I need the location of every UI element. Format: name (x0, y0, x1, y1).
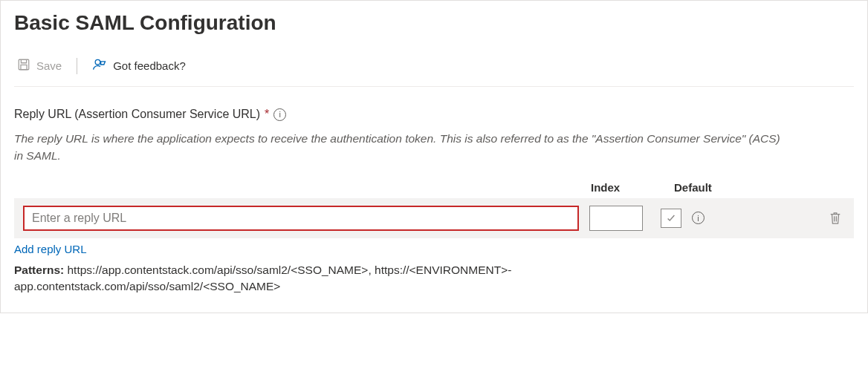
reply-url-input[interactable] (23, 206, 579, 231)
reply-url-row: i (14, 198, 854, 238)
default-info-icon[interactable]: i (692, 212, 705, 224)
feedback-icon (92, 57, 107, 74)
default-group: i (653, 209, 750, 228)
toolbar: Save Got feedback? (14, 56, 854, 87)
save-label: Save (36, 59, 62, 72)
feedback-label: Got feedback? (113, 59, 186, 72)
patterns-line: Patterns: https://app.contentstack.com/a… (14, 262, 683, 295)
patterns-label: Patterns: (14, 264, 64, 276)
index-input[interactable] (589, 206, 643, 231)
patterns-text: https://app.contentstack.com/api/sso/sam… (14, 264, 511, 292)
required-asterisk: * (265, 108, 269, 121)
page-title: Basic SAML Configuration (14, 11, 854, 35)
save-button[interactable]: Save (14, 56, 65, 75)
info-icon[interactable]: i (273, 108, 286, 121)
svg-rect-1 (21, 65, 27, 69)
save-icon (17, 58, 30, 73)
feedback-button[interactable]: Got feedback? (89, 56, 189, 76)
default-checkbox[interactable] (661, 209, 681, 228)
column-headers: Index Default (14, 181, 854, 194)
config-pane: Basic SAML Configuration Save Got (0, 0, 868, 313)
reply-url-description: The reply URL is where the application e… (14, 130, 787, 165)
header-index: Index (591, 181, 665, 194)
header-default: Default (665, 181, 754, 194)
toolbar-separator (77, 58, 77, 74)
delete-row-button[interactable] (829, 211, 845, 226)
reply-url-label-text: Reply URL (Assertion Consumer Service UR… (14, 108, 260, 121)
reply-url-section-label: Reply URL (Assertion Consumer Service UR… (14, 108, 854, 121)
svg-point-2 (95, 59, 100, 65)
add-reply-url-link[interactable]: Add reply URL (14, 243, 87, 255)
